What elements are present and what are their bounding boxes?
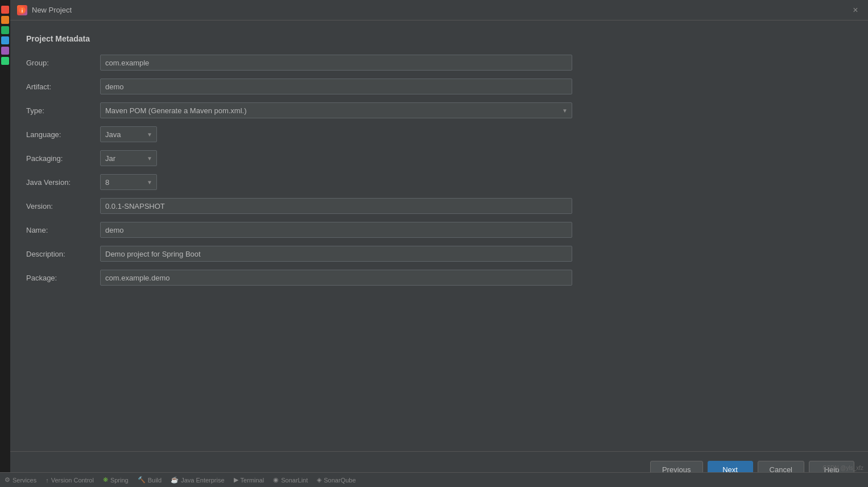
bottom-bar-terminal[interactable]: ▶ Terminal [234, 476, 264, 484]
dialog-title-left: i New Project [17, 5, 72, 15]
packaging-select[interactable]: Jar War [100, 150, 157, 166]
bottom-bar-build[interactable]: 🔨 Build [138, 476, 162, 484]
name-row: Name: [26, 222, 852, 238]
sidebar-item-3 [1, 26, 9, 34]
build-icon: 🔨 [138, 476, 146, 484]
type-select-wrapper: Maven POM (Generate a Maven pom.xml.) Ma… [100, 102, 572, 118]
java-version-row: Java Version: 8 11 17 21 ▼ [26, 174, 852, 190]
java-enterprise-label: Java Enterprise [181, 477, 224, 484]
dialog-content: Project Metadata Group: Artifact: Type: … [10, 20, 868, 451]
svg-text:i: i [22, 8, 23, 14]
packaging-label: Packaging: [26, 154, 100, 163]
sidebar-item-2 [1, 16, 9, 24]
bottom-bar-sonarqube[interactable]: ◈ SonarQube [317, 476, 356, 484]
spring-icon: ❋ [103, 476, 108, 484]
spring-label: Spring [110, 477, 129, 484]
version-input[interactable] [100, 198, 572, 214]
dialog-titlebar: i New Project × [10, 0, 868, 20]
name-input[interactable] [100, 222, 572, 238]
dialog-overlay: i New Project × Project Metadata Group: … [10, 0, 868, 487]
artifact-row: Artifact: [26, 79, 852, 94]
artifact-input[interactable] [100, 79, 572, 94]
sonarlint-icon: ◉ [273, 476, 279, 484]
version-row: Version: [26, 198, 852, 214]
group-input[interactable] [100, 55, 572, 71]
bottom-bar-services[interactable]: ⚙ Services [5, 476, 36, 484]
sonarqube-label: SonarQube [324, 477, 356, 484]
sidebar-item-6 [1, 57, 9, 65]
language-select[interactable]: Java Kotlin Groovy [100, 126, 157, 142]
bottom-bar-sonarlint[interactable]: ◉ SonarLint [273, 476, 308, 484]
java-version-select-wrapper: 8 11 17 21 ▼ [100, 174, 157, 190]
packaging-row: Packaging: Jar War ▼ [26, 150, 852, 166]
app-icon: i [17, 5, 27, 15]
dialog-title: New Project [32, 6, 72, 14]
description-input[interactable] [100, 246, 572, 262]
packaging-select-wrapper: Jar War ▼ [100, 150, 157, 166]
bottom-bar-version-control[interactable]: ↑ Version Control [46, 477, 94, 484]
language-row: Language: Java Kotlin Groovy ▼ [26, 126, 852, 142]
sidebar-item-5 [1, 47, 9, 55]
java-version-select[interactable]: 8 11 17 21 [100, 174, 157, 190]
name-label: Name: [26, 226, 100, 234]
package-row: Package: [26, 270, 852, 286]
close-button[interactable]: × [850, 5, 861, 16]
language-select-wrapper: Java Kotlin Groovy ▼ [100, 126, 157, 142]
package-input[interactable] [100, 270, 572, 286]
java-version-label: Java Version: [26, 178, 100, 187]
group-label: Group: [26, 59, 100, 67]
services-icon: ⚙ [5, 476, 10, 484]
sidebar-item-1 [1, 6, 9, 14]
sonarqube-icon: ◈ [317, 476, 321, 484]
watermark: CSDN @yls_xfz [822, 465, 863, 471]
type-row: Type: Maven POM (Generate a Maven pom.xm… [26, 102, 852, 118]
package-label: Package: [26, 274, 100, 282]
sonarlint-label: SonarLint [281, 477, 308, 484]
type-select[interactable]: Maven POM (Generate a Maven pom.xml.) Ma… [100, 102, 572, 118]
version-control-label: Version Control [51, 477, 94, 484]
bottom-bar-spring[interactable]: ❋ Spring [103, 476, 129, 484]
terminal-label: Terminal [241, 477, 264, 484]
language-label: Language: [26, 130, 100, 139]
sidebar-item-4 [1, 36, 9, 44]
version-control-icon: ↑ [46, 477, 49, 484]
bottom-bar: ⚙ Services ↑ Version Control ❋ Spring 🔨 … [0, 472, 868, 487]
description-row: Description: [26, 246, 852, 262]
terminal-icon: ▶ [234, 476, 238, 484]
left-sidebar [0, 0, 10, 487]
bottom-bar-java-enterprise[interactable]: ☕ Java Enterprise [171, 476, 224, 484]
build-label: Build [148, 477, 162, 484]
version-label: Version: [26, 202, 100, 211]
section-title: Project Metadata [26, 34, 852, 43]
description-label: Description: [26, 250, 100, 258]
services-label: Services [13, 477, 36, 484]
java-enterprise-icon: ☕ [171, 476, 179, 484]
group-row: Group: [26, 55, 852, 71]
type-label: Type: [26, 106, 100, 115]
artifact-label: Artifact: [26, 82, 100, 91]
